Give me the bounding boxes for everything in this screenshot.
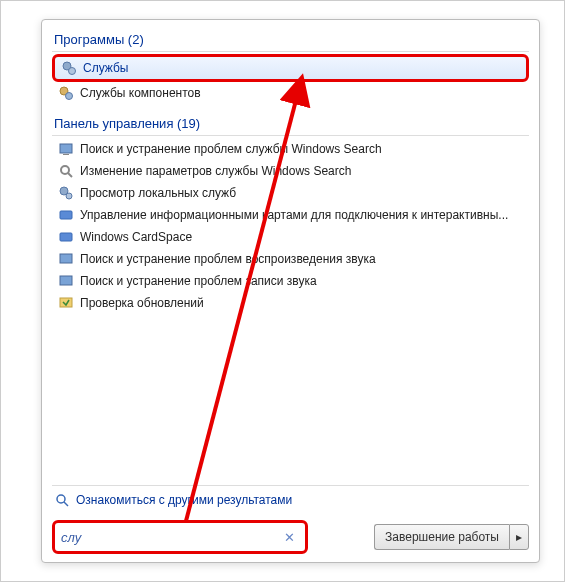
cardspace-icon [58,207,74,223]
gears-icon [58,85,74,101]
section-header-programs: Программы (2) [52,28,529,52]
bottom-bar: ✕ Завершение работы ▸ [52,520,529,554]
result-item[interactable]: Просмотр локальных служб [52,182,529,204]
result-item[interactable]: Изменение параметров службы Windows Sear… [52,160,529,182]
result-label: Службы [83,61,128,75]
result-item[interactable]: Поиск и устранение проблем воспроизведен… [52,248,529,270]
svg-point-9 [66,193,72,199]
svg-point-6 [61,166,69,174]
search-input[interactable] [61,530,280,545]
svg-rect-12 [60,254,72,263]
svg-line-16 [64,502,68,506]
svg-point-3 [66,93,73,100]
cardspace-icon [58,229,74,245]
svg-point-1 [69,68,76,75]
result-label: Windows CardSpace [80,230,192,244]
result-item-component-services[interactable]: Службы компонентов [52,82,529,104]
result-item[interactable]: Поиск и устранение проблем службы Window… [52,138,529,160]
shutdown-menu-arrow[interactable]: ▸ [509,524,529,550]
services-icon [58,185,74,201]
clear-search-icon[interactable]: ✕ [280,530,299,545]
result-label: Службы компонентов [80,86,201,100]
result-label: Поиск и устранение проблем службы Window… [80,142,382,156]
svg-rect-5 [63,154,69,155]
chevron-right-icon: ▸ [516,530,522,544]
result-label: Управление информационными картами для п… [80,208,508,222]
result-item[interactable]: Проверка обновлений [52,292,529,314]
shutdown-group: Завершение работы ▸ [374,524,529,550]
spacer [52,322,529,481]
svg-rect-11 [60,233,72,241]
result-label: Изменение параметров службы Windows Sear… [80,164,351,178]
gears-icon [61,60,77,76]
controlpanel-list: Поиск и устранение проблем службы Window… [52,138,529,314]
result-label: Поиск и устранение проблем воспроизведен… [80,252,376,266]
programs-list: Службы Службы компонентов [52,54,529,104]
svg-point-15 [57,495,65,503]
update-icon [58,295,74,311]
search-settings-icon [58,163,74,179]
search-box[interactable]: ✕ [52,520,308,554]
result-label: Поиск и устранение проблем записи звука [80,274,317,288]
troubleshoot-icon [58,141,74,157]
troubleshoot-icon [58,251,74,267]
result-item[interactable]: Управление информационными картами для п… [52,204,529,226]
result-item-services[interactable]: Службы [52,54,529,82]
result-label: Проверка обновлений [80,296,204,310]
result-item[interactable]: Поиск и устранение проблем записи звука [52,270,529,292]
result-label: Просмотр локальных служб [80,186,236,200]
svg-rect-10 [60,211,72,219]
shutdown-button[interactable]: Завершение работы [374,524,509,550]
svg-rect-13 [60,276,72,285]
svg-rect-4 [60,144,72,153]
more-results-label: Ознакомиться с другими результатами [76,493,292,507]
start-menu-search-panel: Программы (2) Службы Службы компонентов … [41,19,540,563]
search-icon [54,492,70,508]
section-header-controlpanel: Панель управления (19) [52,112,529,136]
result-item[interactable]: Windows CardSpace [52,226,529,248]
see-more-results[interactable]: Ознакомиться с другими результатами [52,485,529,514]
troubleshoot-icon [58,273,74,289]
svg-line-7 [68,173,72,177]
